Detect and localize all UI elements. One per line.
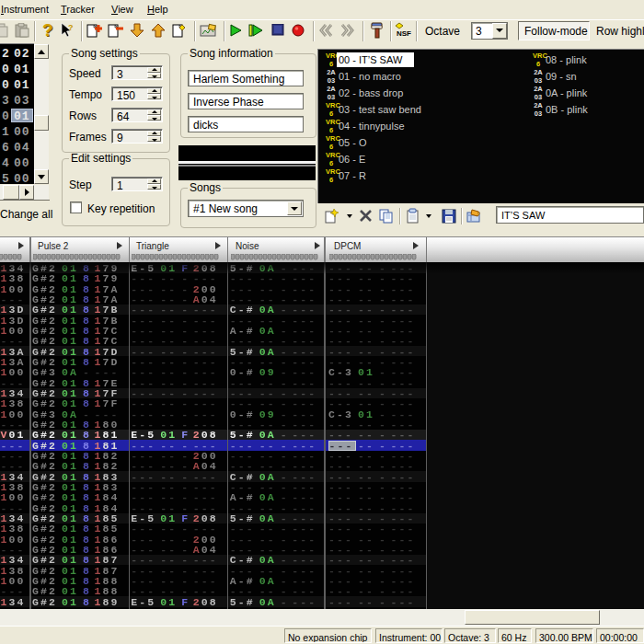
svg-text:NSF: NSF (397, 29, 411, 38)
svg-text:?: ? (68, 23, 74, 32)
